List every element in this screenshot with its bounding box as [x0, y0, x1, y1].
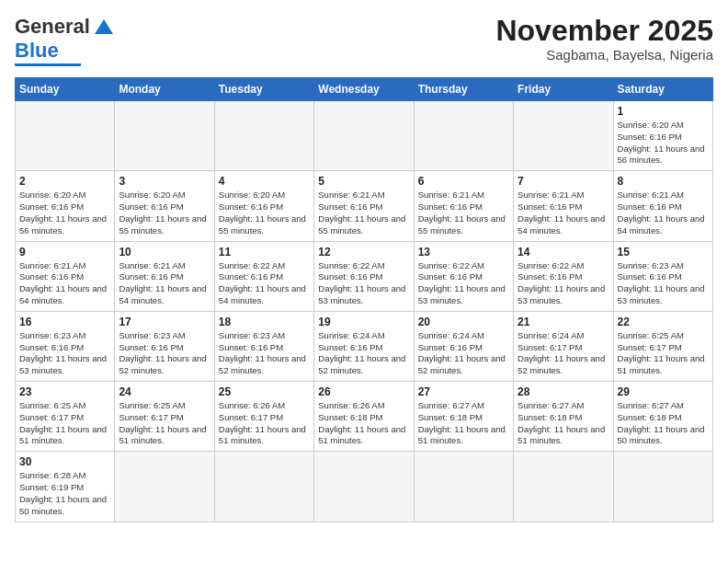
cell-info: Sunrise: 6:25 AMSunset: 6:17 PMDaylight:… — [618, 330, 709, 377]
cell-info: Sunrise: 6:26 AMSunset: 6:18 PMDaylight:… — [318, 400, 409, 447]
calendar-cell — [214, 452, 313, 522]
day-number: 21 — [518, 316, 609, 328]
calendar-cell: 20Sunrise: 6:24 AMSunset: 6:16 PMDayligh… — [414, 311, 513, 381]
cell-info: Sunrise: 6:24 AMSunset: 6:16 PMDaylight:… — [318, 330, 409, 377]
day-number: 17 — [119, 316, 210, 328]
day-number: 28 — [518, 385, 609, 398]
day-number: 25 — [219, 385, 310, 398]
cell-info: Sunrise: 6:24 AMSunset: 6:17 PMDaylight:… — [518, 330, 609, 377]
calendar-header-thursday: Thursday — [414, 78, 513, 101]
calendar-header-friday: Friday — [514, 78, 613, 101]
calendar-cell — [613, 452, 712, 522]
calendar-cell: 27Sunrise: 6:27 AMSunset: 6:18 PMDayligh… — [414, 382, 513, 452]
calendar-cell: 10Sunrise: 6:21 AMSunset: 6:16 PMDayligh… — [115, 241, 214, 311]
cell-info: Sunrise: 6:21 AMSunset: 6:16 PMDaylight:… — [518, 190, 609, 236]
calendar-cell — [214, 101, 313, 171]
calendar-cell: 4Sunrise: 6:20 AMSunset: 6:16 PMDaylight… — [214, 171, 313, 241]
cell-info: Sunrise: 6:23 AMSunset: 6:16 PMDaylight:… — [219, 330, 310, 377]
day-number: 6 — [418, 175, 509, 188]
day-number: 15 — [618, 246, 709, 259]
cell-info: Sunrise: 6:20 AMSunset: 6:16 PMDaylight:… — [219, 190, 310, 236]
cell-info: Sunrise: 6:27 AMSunset: 6:18 PMDaylight:… — [418, 400, 509, 447]
calendar-cell: 23Sunrise: 6:25 AMSunset: 6:17 PMDayligh… — [16, 382, 115, 452]
calendar-cell: 1Sunrise: 6:20 AMSunset: 6:16 PMDaylight… — [613, 101, 712, 171]
calendar-row-1: 1Sunrise: 6:20 AMSunset: 6:16 PMDaylight… — [16, 101, 713, 171]
cell-info: Sunrise: 6:27 AMSunset: 6:18 PMDaylight:… — [518, 400, 609, 447]
day-number: 1 — [618, 105, 709, 118]
day-number: 14 — [518, 246, 609, 259]
cell-info: Sunrise: 6:22 AMSunset: 6:16 PMDaylight:… — [418, 260, 509, 307]
calendar-cell: 25Sunrise: 6:26 AMSunset: 6:17 PMDayligh… — [214, 382, 313, 452]
calendar-cell: 14Sunrise: 6:22 AMSunset: 6:16 PMDayligh… — [514, 241, 613, 311]
calendar-cell: 30Sunrise: 6:28 AMSunset: 6:19 PMDayligh… — [16, 452, 115, 522]
calendar-cell: 7Sunrise: 6:21 AMSunset: 6:16 PMDaylight… — [514, 171, 613, 241]
calendar-cell — [514, 452, 613, 522]
calendar-row-5: 23Sunrise: 6:25 AMSunset: 6:17 PMDayligh… — [16, 382, 713, 452]
calendar-cell: 16Sunrise: 6:23 AMSunset: 6:16 PMDayligh… — [16, 311, 115, 381]
location: Sagbama, Bayelsa, Nigeria — [495, 47, 713, 63]
cell-info: Sunrise: 6:26 AMSunset: 6:17 PMDaylight:… — [219, 400, 310, 447]
day-number: 12 — [318, 246, 409, 259]
day-number: 13 — [418, 246, 509, 259]
calendar-cell: 19Sunrise: 6:24 AMSunset: 6:16 PMDayligh… — [314, 311, 414, 381]
day-number: 2 — [19, 175, 110, 188]
month-title: November 2025 — [495, 15, 713, 47]
cell-info: Sunrise: 6:20 AMSunset: 6:16 PMDaylight:… — [119, 190, 210, 236]
day-number: 19 — [318, 316, 409, 328]
calendar-row-3: 9Sunrise: 6:21 AMSunset: 6:16 PMDaylight… — [16, 241, 713, 311]
day-number: 8 — [618, 175, 709, 188]
calendar-cell: 12Sunrise: 6:22 AMSunset: 6:16 PMDayligh… — [314, 241, 414, 311]
calendar-cell: 5Sunrise: 6:21 AMSunset: 6:16 PMDaylight… — [314, 171, 414, 241]
logo-general-text: General — [15, 15, 90, 39]
logo-underline — [15, 63, 81, 66]
calendar-cell — [514, 101, 613, 171]
day-number: 22 — [618, 316, 709, 328]
day-number: 24 — [119, 385, 210, 398]
cell-info: Sunrise: 6:22 AMSunset: 6:16 PMDaylight:… — [318, 260, 409, 307]
cell-info: Sunrise: 6:28 AMSunset: 6:19 PMDaylight:… — [19, 470, 110, 517]
day-number: 10 — [119, 246, 210, 259]
calendar-header-row: SundayMondayTuesdayWednesdayThursdayFrid… — [16, 78, 713, 101]
calendar-header-saturday: Saturday — [613, 78, 712, 101]
cell-info: Sunrise: 6:20 AMSunset: 6:16 PMDaylight:… — [618, 120, 709, 167]
cell-info: Sunrise: 6:21 AMSunset: 6:16 PMDaylight:… — [418, 190, 509, 236]
calendar-cell: 28Sunrise: 6:27 AMSunset: 6:18 PMDayligh… — [514, 382, 613, 452]
calendar-header-tuesday: Tuesday — [214, 78, 313, 101]
day-number: 4 — [219, 175, 310, 188]
cell-info: Sunrise: 6:27 AMSunset: 6:18 PMDaylight:… — [618, 400, 709, 447]
cell-info: Sunrise: 6:25 AMSunset: 6:17 PMDaylight:… — [19, 400, 110, 447]
day-number: 30 — [19, 455, 110, 468]
day-number: 5 — [318, 175, 409, 188]
calendar-cell — [314, 452, 414, 522]
calendar-cell: 15Sunrise: 6:23 AMSunset: 6:16 PMDayligh… — [613, 241, 712, 311]
cell-info: Sunrise: 6:22 AMSunset: 6:16 PMDaylight:… — [518, 260, 609, 307]
day-number: 3 — [119, 175, 210, 188]
day-number: 26 — [318, 385, 409, 398]
calendar-cell: 2Sunrise: 6:20 AMSunset: 6:16 PMDaylight… — [16, 171, 115, 241]
calendar-cell — [115, 101, 214, 171]
day-number: 9 — [19, 246, 110, 259]
calendar-cell: 24Sunrise: 6:25 AMSunset: 6:17 PMDayligh… — [115, 382, 214, 452]
calendar-cell: 11Sunrise: 6:22 AMSunset: 6:16 PMDayligh… — [214, 241, 313, 311]
calendar-cell — [16, 101, 115, 171]
day-number: 11 — [219, 246, 310, 259]
cell-info: Sunrise: 6:20 AMSunset: 6:16 PMDaylight:… — [19, 190, 110, 236]
calendar-cell — [414, 452, 513, 522]
calendar-header-sunday: Sunday — [16, 78, 115, 101]
cell-info: Sunrise: 6:21 AMSunset: 6:16 PMDaylight:… — [19, 260, 110, 307]
day-number: 16 — [19, 316, 110, 328]
day-number: 27 — [418, 385, 509, 398]
cell-info: Sunrise: 6:23 AMSunset: 6:16 PMDaylight:… — [19, 330, 110, 377]
day-number: 23 — [19, 385, 110, 398]
cell-info: Sunrise: 6:25 AMSunset: 6:17 PMDaylight:… — [119, 400, 210, 447]
logo-blue-text: Blue — [15, 39, 59, 63]
cell-info: Sunrise: 6:24 AMSunset: 6:16 PMDaylight:… — [418, 330, 509, 377]
calendar-cell: 6Sunrise: 6:21 AMSunset: 6:16 PMDaylight… — [414, 171, 513, 241]
calendar-cell: 26Sunrise: 6:26 AMSunset: 6:18 PMDayligh… — [314, 382, 414, 452]
cell-info: Sunrise: 6:23 AMSunset: 6:16 PMDaylight:… — [618, 260, 709, 307]
cell-info: Sunrise: 6:21 AMSunset: 6:16 PMDaylight:… — [119, 260, 210, 307]
calendar-cell: 18Sunrise: 6:23 AMSunset: 6:16 PMDayligh… — [214, 311, 313, 381]
calendar-cell: 22Sunrise: 6:25 AMSunset: 6:17 PMDayligh… — [613, 311, 712, 381]
title-block: November 2025 Sagbama, Bayelsa, Nigeria — [495, 15, 713, 63]
day-number: 29 — [618, 385, 709, 398]
